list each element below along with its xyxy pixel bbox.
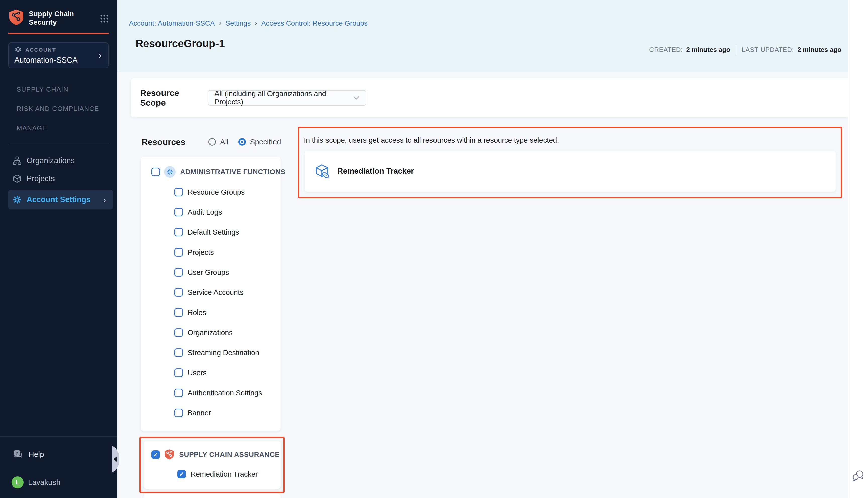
checkbox-users[interactable]: [174, 368, 183, 377]
chevron-right-icon: ›: [219, 18, 221, 28]
resource-scope-card: Resource Scope All (including all Organi…: [131, 78, 851, 117]
checkbox-banner[interactable]: [174, 409, 183, 417]
shield-icon: [164, 449, 174, 460]
remediation-tracker-card: Remediation Tracker: [305, 151, 835, 192]
resource-label: Roles: [187, 309, 206, 317]
breadcrumb-account[interactable]: Account: Automation-SSCA: [129, 19, 215, 27]
sidebar-section-supply-chain[interactable]: SUPPLY CHAIN: [16, 86, 117, 93]
user-menu[interactable]: L Lavakush: [0, 473, 117, 492]
highlight-box-supply-chain-assurance: ✓ SUPPLY CHAIN ASSURANCE ✓ Remediation T…: [139, 436, 285, 493]
admin-functions-card: ADMINISTRATIVE FUNCTIONS Resource Groups…: [141, 157, 281, 431]
checkbox-user-groups[interactable]: [174, 268, 183, 277]
sidebar-item-organizations[interactable]: Organizations: [0, 152, 117, 170]
resource-label: Streaming Destination: [187, 349, 259, 357]
account-selector[interactable]: ACCOUNT Automation-SSCA ›: [8, 42, 109, 68]
gear-badge-icon: [164, 166, 176, 178]
checkbox-organizations[interactable]: [174, 328, 183, 337]
chevron-right-icon: ›: [103, 195, 106, 205]
resource-row[interactable]: Service Accounts: [141, 283, 281, 302]
resource-row[interactable]: Authentication Settings: [141, 383, 281, 403]
checkbox-projects[interactable]: [174, 248, 183, 257]
accent-divider: [8, 33, 109, 34]
resource-label: Remediation Tracker: [191, 470, 258, 479]
resource-row[interactable]: Organizations: [141, 323, 281, 343]
cube-icon: [13, 174, 22, 183]
checkbox-default-settings[interactable]: [174, 228, 183, 236]
cube-tracker-icon: [315, 164, 329, 179]
radio-all[interactable]: All: [208, 137, 228, 146]
svg-text:?: ?: [16, 451, 18, 456]
sidebar-item-account-settings[interactable]: Account Settings ›: [8, 190, 113, 209]
sidebar-item-projects[interactable]: Projects: [0, 170, 117, 188]
gear-icon: [13, 195, 22, 204]
resource-label: Projects: [187, 248, 214, 257]
checkbox-service-accounts[interactable]: [174, 288, 183, 297]
page-header: Account: Automation-SSCA › Settings › Ac…: [117, 0, 848, 72]
chat-bubbles-icon[interactable]: [852, 469, 865, 482]
radio-specified[interactable]: Specified: [238, 137, 281, 146]
resource-group-row[interactable]: ADMINISTRATIVE FUNCTIONS: [141, 162, 281, 182]
resource-label: Audit Logs: [187, 208, 222, 217]
resource-scope-selected-value: All (including all Organizations and Pro…: [215, 90, 353, 106]
last-updated-value: 2 minutes ago: [798, 46, 841, 54]
sidebar-divider: [8, 144, 109, 144]
sidebar-item-label: Organizations: [27, 156, 75, 165]
resource-row[interactable]: Roles: [141, 302, 281, 323]
resource-label: Organizations: [187, 329, 233, 337]
resource-scope-dropdown[interactable]: All (including all Organizations and Pro…: [208, 90, 366, 106]
account-label: ACCOUNT: [25, 47, 56, 53]
resource-group-title: ADMINISTRATIVE FUNCTIONS: [180, 168, 285, 176]
account-name: Automation-SSCA: [14, 56, 103, 65]
resource-row[interactable]: Streaming Destination: [141, 343, 281, 363]
checkbox-authentication-settings[interactable]: [174, 389, 183, 397]
resource-row[interactable]: Default Settings: [141, 222, 281, 242]
resource-label: Service Accounts: [187, 288, 243, 297]
sidebar: Supply Chain Security ACCOUNT: [0, 0, 117, 498]
resource-row[interactable]: Banner: [141, 403, 281, 423]
resource-row[interactable]: Audit Logs: [141, 202, 281, 222]
help-label: Help: [29, 450, 44, 459]
breadcrumb-settings[interactable]: Settings: [225, 19, 251, 27]
resource-row[interactable]: Users: [141, 363, 281, 383]
meta-divider: [736, 45, 736, 55]
resource-group-title: SUPPLY CHAIN ASSURANCE: [179, 450, 280, 459]
tracker-card-label: Remediation Tracker: [337, 167, 414, 176]
sidebar-bottom-divider: [0, 436, 117, 437]
apps-grid-icon[interactable]: [100, 14, 109, 24]
checkbox-supply-chain-assurance[interactable]: ✓: [152, 450, 160, 459]
collapse-arrow-icon: [113, 457, 117, 462]
resource-row[interactable]: ✓ Remediation Tracker: [144, 464, 281, 484]
app-logo: Supply Chain Security: [0, 0, 117, 27]
checkbox-streaming-destination[interactable]: [174, 349, 183, 357]
radio-specified-label: Specified: [250, 137, 281, 146]
resource-scope-label: Resource Scope: [140, 88, 203, 108]
resource-row[interactable]: User Groups: [141, 262, 281, 283]
checkbox-remediation-tracker[interactable]: ✓: [177, 470, 186, 479]
resource-row[interactable]: Projects: [141, 242, 281, 262]
sidebar-section-manage[interactable]: MANAGE: [16, 124, 117, 132]
breadcrumb-access-control[interactable]: Access Control: Resource Groups: [261, 19, 368, 27]
checkbox-resource-groups[interactable]: [174, 188, 183, 196]
resources-header: Resources All Specified: [142, 134, 281, 149]
help-chat-icon: ?: [13, 449, 23, 460]
created-label: CREATED:: [649, 46, 683, 54]
radio-all-icon[interactable]: [208, 138, 216, 146]
next-resource-group-card: [144, 494, 281, 498]
avatar: L: [12, 476, 24, 488]
org-chart-icon: [13, 156, 22, 165]
timestamps: CREATED: 2 minutes ago LAST UPDATED: 2 m…: [649, 45, 841, 55]
sidebar-section-risk-and-compliance[interactable]: RISK AND COMPLIANCE: [16, 105, 117, 113]
help-button[interactable]: ? Help: [0, 445, 117, 463]
checkbox-roles[interactable]: [174, 308, 183, 317]
chevron-right-icon: ›: [99, 50, 102, 60]
radio-specified-icon[interactable]: [238, 138, 246, 146]
resource-label: Banner: [187, 409, 211, 417]
resource-label: User Groups: [187, 268, 229, 277]
chevron-down-icon: [353, 96, 360, 100]
checkbox-administrative-functions[interactable]: [152, 168, 160, 176]
resource-group-row[interactable]: ✓ SUPPLY CHAIN ASSURANCE: [144, 445, 281, 464]
resource-row[interactable]: Resource Groups: [141, 182, 281, 202]
highlight-box-scope-detail: In this scope, users get access to all r…: [298, 127, 842, 198]
sidebar-item-label: Projects: [27, 174, 55, 183]
checkbox-audit-logs[interactable]: [174, 208, 183, 217]
